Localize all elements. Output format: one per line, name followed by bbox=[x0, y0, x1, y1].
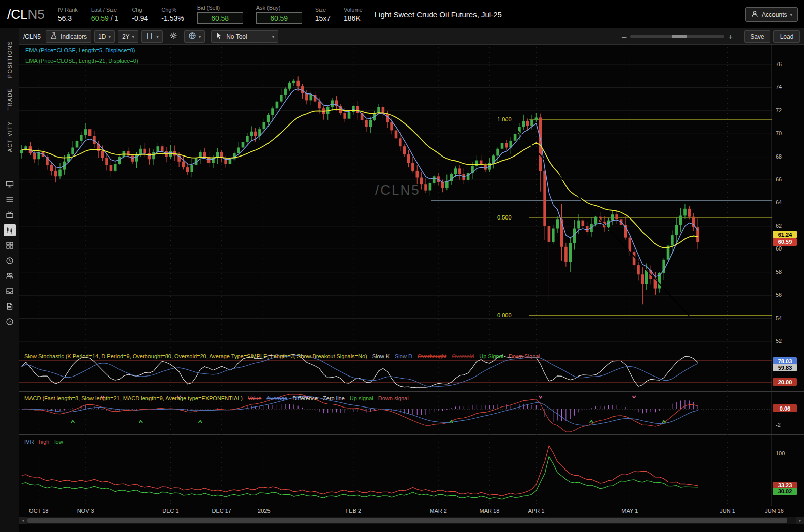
iv-rank-label: IV Rank bbox=[58, 7, 78, 13]
time-axis-label: MAY 1 bbox=[621, 508, 638, 514]
study-title[interactable]: IVR bbox=[24, 439, 34, 445]
zoom-slider-thumb[interactable] bbox=[672, 35, 687, 38]
scroll-right-button[interactable]: ▸ bbox=[796, 517, 804, 524]
globe-grid-icon bbox=[188, 32, 196, 41]
time-axis: OCT 18NOV 3DEC 1DEC 172025FEB 2MAR 2MAR … bbox=[19, 506, 804, 516]
time-axis-label: DEC 1 bbox=[162, 508, 178, 514]
clock-icon[interactable] bbox=[4, 255, 16, 267]
field-last-size: Last / Size 60.59 / 1 bbox=[91, 7, 119, 22]
price-chart-panel[interactable]: /CLN51.0000.5000.000 bbox=[19, 45, 804, 350]
svg-text:0.000: 0.000 bbox=[497, 312, 512, 318]
study-title[interactable]: Slow Stochastic (K Period=14, D Period=9… bbox=[24, 353, 367, 359]
bid-value: 60.58 bbox=[211, 14, 229, 22]
symbol: /CLN5 bbox=[7, 7, 45, 22]
flask-icon bbox=[50, 32, 58, 41]
drawing-tool-dropdown[interactable]: No Tool ▾ bbox=[211, 30, 278, 43]
load-button[interactable]: Load bbox=[773, 30, 800, 43]
time-axis-label: MAR 2 bbox=[430, 508, 447, 514]
bid-label: Bid (Sell) bbox=[197, 5, 243, 11]
chg-pct-value: -1.53% bbox=[161, 14, 184, 22]
time-axis-label: NOV 3 bbox=[77, 508, 94, 514]
ivr-panel[interactable] bbox=[19, 434, 804, 506]
chevron-down-icon: ▾ bbox=[156, 34, 159, 39]
range-dropdown[interactable]: 2Y ▾ bbox=[118, 30, 138, 43]
left-sidebar: POSITIONS TRADE ACTIVITY ? bbox=[0, 28, 20, 532]
time-axis-label: MAR 18 bbox=[480, 508, 500, 514]
field-chg: Chg -0.94 bbox=[132, 7, 148, 22]
field-iv-rank: IV Rank 56.3 bbox=[58, 7, 78, 22]
load-label: Load bbox=[780, 33, 794, 40]
svg-text:?: ? bbox=[9, 320, 11, 324]
chevron-down-icon: ▾ bbox=[108, 34, 111, 39]
horizontal-scrollbar[interactable]: ◂ ▸ bbox=[19, 517, 804, 524]
zoom-in-button[interactable]: + bbox=[728, 32, 733, 41]
time-axis-label: 2025 bbox=[258, 508, 270, 514]
chart-icon[interactable] bbox=[4, 224, 16, 236]
volume-label: Volume bbox=[344, 7, 363, 13]
chg-pct-label: Chg% bbox=[161, 7, 184, 13]
gear-icon bbox=[169, 32, 177, 41]
bid-button[interactable]: 60.58 bbox=[197, 12, 243, 24]
svg-text:/CLN5: /CLN5 bbox=[375, 182, 421, 198]
contract-description: Light Sweet Crude Oil Futures, Jul-25 bbox=[375, 10, 502, 19]
field-ask: Ask (Buy) 60.59 bbox=[256, 5, 302, 24]
save-label: Save bbox=[750, 33, 764, 40]
tool-value: No Tool bbox=[226, 33, 247, 40]
volume-value: 186K bbox=[344, 14, 363, 22]
last-value: 60.59 bbox=[91, 14, 109, 22]
last-size-suffix: / 1 bbox=[111, 14, 119, 22]
time-axis-label: OCT 18 bbox=[29, 508, 48, 514]
sidebar-tab-activity[interactable]: ACTIVITY bbox=[7, 121, 13, 152]
candlestick-icon bbox=[145, 32, 154, 41]
person-icon bbox=[751, 10, 759, 19]
tv-icon[interactable] bbox=[4, 209, 16, 221]
accounts-label: Accounts bbox=[762, 11, 787, 18]
svg-text:0.500: 0.500 bbox=[497, 214, 512, 221]
field-volume: Volume 186K bbox=[344, 7, 363, 22]
chart-toolbar: /CLN5 Indicators 1D ▾ 2Y ▾ ▾ ▾ No Tool ▾… bbox=[19, 28, 804, 45]
symbol-root: /CL bbox=[7, 7, 27, 22]
chevron-down-icon: ▾ bbox=[132, 34, 135, 39]
header: /CLN5 IV Rank 56.3 Last / Size 60.59 / 1… bbox=[0, 0, 804, 28]
inbox-icon[interactable] bbox=[4, 285, 16, 297]
monitor-icon[interactable] bbox=[4, 178, 16, 191]
chart-type-dropdown[interactable]: ▾ bbox=[141, 30, 163, 43]
indicators-button[interactable]: Indicators bbox=[46, 30, 91, 43]
toolbar-symbol: /CLN5 bbox=[23, 33, 41, 40]
grid-icon[interactable] bbox=[4, 239, 16, 252]
timeframe-dropdown[interactable]: 1D ▾ bbox=[94, 30, 115, 43]
chart-settings-button[interactable] bbox=[166, 30, 181, 43]
time-axis-label: JUN 1 bbox=[720, 508, 735, 514]
timeframe-value: 1D bbox=[98, 33, 106, 40]
time-axis-label: APR 1 bbox=[528, 508, 544, 514]
chevron-down-icon: ▾ bbox=[272, 34, 275, 39]
accounts-button[interactable]: Accounts ▾ bbox=[745, 7, 798, 22]
ask-button[interactable]: 60.59 bbox=[256, 12, 302, 24]
study-title[interactable]: MACD (Fast length=8, Slow length=21, MAC… bbox=[24, 395, 243, 401]
list-icon[interactable] bbox=[4, 194, 16, 206]
field-size: Size 15x7 bbox=[315, 7, 331, 22]
chevron-down-icon: ▾ bbox=[199, 34, 201, 39]
sidebar-tab-trade[interactable]: TRADE bbox=[7, 88, 13, 111]
scroll-left-button[interactable]: ◂ bbox=[19, 517, 27, 524]
scrollbar-thumb[interactable] bbox=[27, 518, 787, 523]
grid-layout-dropdown[interactable]: ▾ bbox=[184, 30, 205, 43]
zoom-slider[interactable] bbox=[630, 35, 724, 38]
iv-rank-value: 56.3 bbox=[58, 14, 78, 22]
zoom-out-button[interactable]: – bbox=[622, 32, 626, 41]
chevron-down-icon: ▾ bbox=[790, 12, 792, 17]
ask-label: Ask (Buy) bbox=[256, 5, 302, 11]
ask-value: 60.59 bbox=[270, 14, 288, 22]
help-icon[interactable]: ? bbox=[4, 316, 16, 328]
page-icon[interactable] bbox=[4, 300, 16, 312]
people-icon[interactable] bbox=[4, 270, 16, 282]
sidebar-tab-positions[interactable]: POSITIONS bbox=[7, 41, 13, 78]
time-axis-label: DEC 17 bbox=[212, 508, 231, 514]
size-value: 15x7 bbox=[315, 14, 331, 22]
symbol-month: N5 bbox=[27, 7, 44, 22]
indicators-label: Indicators bbox=[61, 33, 87, 40]
last-size-label: Last / Size bbox=[91, 7, 119, 13]
chg-value: -0.94 bbox=[132, 14, 148, 22]
time-axis-label: FEB 2 bbox=[346, 508, 362, 514]
save-button[interactable]: Save bbox=[744, 30, 770, 43]
